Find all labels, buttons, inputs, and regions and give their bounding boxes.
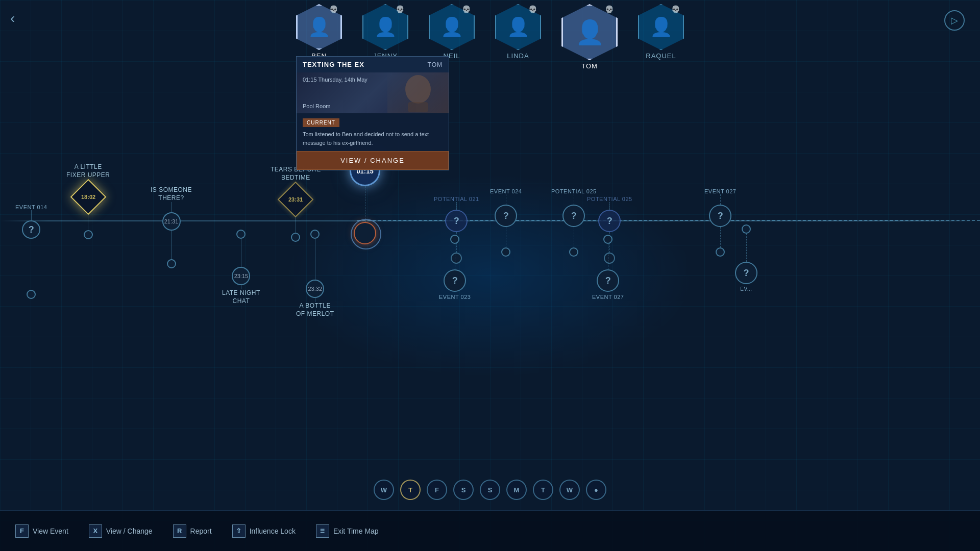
character-name-raquel: RAQUEL xyxy=(646,52,676,60)
node-event014[interactable]: EVENT 014 ? xyxy=(15,202,47,299)
node-circle-event014[interactable]: ? xyxy=(22,220,40,239)
circle-potential021[interactable]: ? xyxy=(445,210,468,232)
popup-datetime: 01:15 Thursday, 14th May xyxy=(303,77,368,83)
qmark-event014: ? xyxy=(29,224,34,235)
circle-someone[interactable]: 21:31 xyxy=(162,212,181,231)
popup-face-silhouette xyxy=(387,72,449,113)
circle-event023[interactable]: ? xyxy=(495,205,517,227)
nav-label-view-change: View / Change xyxy=(106,527,153,535)
character-item-neil[interactable]: 👤 💀 NEIL xyxy=(429,4,475,60)
node-little-fixer[interactable]: A LITTLEFIXER UPPER 18:02 xyxy=(66,163,110,239)
character-hexagon-neil: 👤 💀 xyxy=(429,4,475,50)
timeline-area: EVENT 014 ? A LITTLEFIXER UPPER 18:02 IS… xyxy=(0,77,980,490)
day-btn-m[interactable]: M xyxy=(506,480,527,500)
vline-someone xyxy=(171,202,172,212)
merlot-time: 23:32 xyxy=(308,286,322,292)
day-btn-t1[interactable]: T xyxy=(400,480,421,500)
character-item-jenny[interactable]: 👤 💀 JENNY xyxy=(362,4,408,60)
character-item-ben[interactable]: 👤 💀 BEN xyxy=(296,4,342,60)
circle-potential025[interactable]: ? xyxy=(598,210,621,232)
nav-key-f: F xyxy=(15,524,29,538)
skull-icon-linda: 💀 xyxy=(528,5,537,13)
back-arrow[interactable]: ‹ xyxy=(10,10,15,27)
vline-event024 xyxy=(574,194,574,205)
node-event023[interactable]: EVENT 024 ? xyxy=(490,186,522,257)
circle-active-texting[interactable] xyxy=(354,222,376,244)
timeline-dot-far-right xyxy=(742,224,751,234)
vline2-event024 xyxy=(574,227,574,247)
merlot-title: A BOTTLEOF MERLOT xyxy=(296,302,334,318)
vline2-late xyxy=(241,285,241,289)
svg-point-0 xyxy=(405,75,431,104)
circle-event027[interactable]: ? xyxy=(709,205,731,227)
character-hexagon-jenny: 👤 💀 xyxy=(362,4,408,50)
node-event022[interactable]: ? EVENT 023 xyxy=(439,235,471,300)
character-item-tom[interactable]: 👤 💀 TOM xyxy=(561,4,618,70)
day-btn-w2[interactable]: W xyxy=(559,480,580,500)
circle-merlot[interactable]: 23:32 xyxy=(306,280,324,298)
day-selector: W T F S S M T W ● xyxy=(374,480,606,500)
timeline-dot-event027 xyxy=(716,247,725,257)
circle-late[interactable]: 23:15 xyxy=(232,267,250,285)
character-name-linda: LINDA xyxy=(507,52,529,60)
event026-label: EVENT 027 xyxy=(592,294,624,300)
character-item-raquel[interactable]: 👤 💀 RAQUEL xyxy=(638,4,684,60)
popup-location: Pool Room xyxy=(303,103,330,109)
circle-event022[interactable]: ? xyxy=(444,269,466,292)
event023-label: EVENT 024 xyxy=(490,188,522,194)
popup-body: CURRENT Tom listened to Ben and decided … xyxy=(297,113,449,151)
node-is-someone[interactable]: IS SOMEONETHERE? 21:31 xyxy=(151,186,192,268)
node-merlot[interactable]: 23:32 A BOTTLEOF MERLOT xyxy=(296,230,334,318)
day-btn-t2[interactable]: T xyxy=(533,480,553,500)
nav-label-exit: Exit Time Map xyxy=(333,527,379,535)
qmark-event026: ? xyxy=(605,276,611,286)
nav-item-exit[interactable]: ☰ Exit Time Map xyxy=(316,524,379,538)
qmark-event027: ? xyxy=(718,211,723,221)
circle-event026[interactable]: ? xyxy=(597,269,619,292)
diamond-tears[interactable]: 23:31 xyxy=(278,182,314,218)
popup-status-bar: CURRENT xyxy=(303,118,339,127)
node-far-right[interactable]: ? EV... xyxy=(735,224,757,292)
diamond-fixer[interactable]: 18:02 xyxy=(70,179,106,215)
nav-item-view-change[interactable]: X View / Change xyxy=(89,524,153,538)
timeline-dot-event014 xyxy=(27,290,36,299)
qmark-event023: ? xyxy=(503,211,509,221)
circle-far-right[interactable]: ? xyxy=(735,262,757,284)
character-item-linda[interactable]: 👤 💀 LINDA xyxy=(495,4,541,60)
event022-label: EVENT 023 xyxy=(439,294,471,300)
vline-event027 xyxy=(720,194,721,205)
character-hexagon-raquel: 👤 💀 xyxy=(638,4,684,50)
popup-card: TEXTING THE EX TOM 01:15 Thursday, 14th … xyxy=(296,56,449,170)
day-btn-dot[interactable]: ● xyxy=(586,480,606,500)
day-btn-s1[interactable]: S xyxy=(453,480,474,500)
character-hexagon-tom: 👤 💀 xyxy=(561,4,618,60)
late-night-title: LATE NIGHTCHAT xyxy=(222,289,260,305)
day-btn-w1[interactable]: W xyxy=(374,480,394,500)
timeline-dot-late xyxy=(236,230,246,239)
node-event027[interactable]: EVENT 027 ? xyxy=(704,186,736,257)
popup-image-area: 01:15 Thursday, 14th May Pool Room xyxy=(297,72,449,113)
far-right-label: EV... xyxy=(740,286,752,292)
popup-title: TEXTING THE EX xyxy=(303,61,364,68)
node-late-night[interactable]: 23:15 LATE NIGHTCHAT xyxy=(222,230,260,305)
day-btn-s2[interactable]: S xyxy=(480,480,500,500)
circle-event024[interactable]: ? xyxy=(562,205,585,227)
event014-label: EVENT 014 xyxy=(15,204,47,210)
vline-pot021 xyxy=(456,202,457,210)
nav-item-influence[interactable]: ⇧ Influence Lock xyxy=(232,524,296,538)
timeline-dot-event022 xyxy=(450,235,459,244)
character-hexagon-ben: 👤 💀 xyxy=(296,4,342,50)
day-btn-f[interactable]: F xyxy=(427,480,447,500)
nav-key-x: X xyxy=(89,524,102,538)
popup-character: TOM xyxy=(428,61,443,68)
svg-rect-1 xyxy=(408,102,428,112)
timeline-dot-merlot xyxy=(310,230,320,239)
node-event026[interactable]: ? EVENT 027 xyxy=(592,235,624,300)
skull-icon-ben: 💀 xyxy=(329,5,338,13)
nav-item-report[interactable]: R Report xyxy=(173,524,212,538)
nav-item-view-event[interactable]: F View Event xyxy=(15,524,68,538)
late-time: 23:15 xyxy=(234,273,249,279)
vline-event023 xyxy=(506,194,506,205)
popup-view-change-button[interactable]: VIEW / CHANGE xyxy=(297,151,449,170)
vline-event022 xyxy=(455,244,455,269)
